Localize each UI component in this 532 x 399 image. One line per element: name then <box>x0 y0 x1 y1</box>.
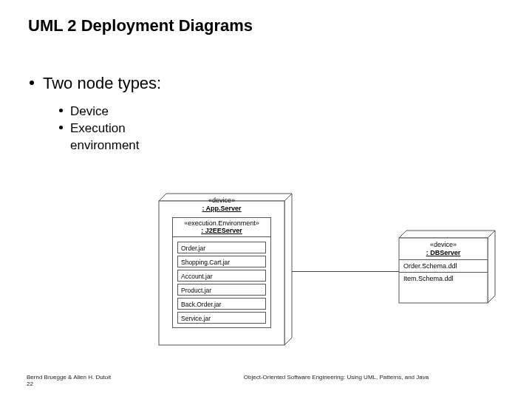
slide-footer: Bernd Bruegge & Allen H. Dutoit Object-O… <box>27 374 505 387</box>
app-server-label: «device» : App.Server <box>159 194 284 213</box>
bullet-dot-icon <box>30 81 34 85</box>
bullet-text: Device <box>70 104 109 118</box>
artifact-item: Account.jar <box>177 270 266 282</box>
bullet-list: Two node types: Device Execution environ… <box>30 74 161 153</box>
bullet-level2: Execution <box>59 120 161 137</box>
association-line <box>292 271 399 272</box>
bullet-continuation: environment <box>70 137 161 153</box>
db-server-front: «device» : DBServer Order.Schema.ddl Ite… <box>399 238 488 284</box>
artifact-list: Order.jar Shopping.Cart.jar Account.jar … <box>172 237 271 328</box>
db-artifact-item: Order.Schema.ddl <box>399 260 488 273</box>
stereotype-text: «execution.Environment» <box>176 219 267 228</box>
artifact-item: Order.jar <box>177 242 266 253</box>
footer-book-title: Object-Oriented Software Engineering: Us… <box>167 374 505 381</box>
slide-title: UML 2 Deployment Diagrams <box>28 16 253 35</box>
db-artifact-list: Order.Schema.ddl Item.Schema.ddl <box>399 259 488 284</box>
node-name: : J2EEServer <box>176 227 267 235</box>
app-server-front: «device» : App.Server «execution.Environ… <box>159 194 284 332</box>
footer-page-number: 22 <box>27 381 505 387</box>
bullet-level1: Two node types: <box>30 74 161 93</box>
bullet-text: Two node types: <box>43 74 161 92</box>
footer-authors: Bernd Bruegge & Allen H. Dutoit <box>27 374 111 381</box>
artifact-item: Back.Order.jar <box>177 298 266 310</box>
stereotype-text: «device» <box>399 241 488 249</box>
node-name: : App.Server <box>159 205 284 213</box>
slide: UML 2 Deployment Diagrams Two node types… <box>0 0 532 399</box>
db-server-label: «device» : DBServer <box>399 238 488 257</box>
bullet-dot-icon <box>59 126 63 129</box>
artifact-item: Product.jar <box>177 284 266 296</box>
artifact-item: Service.jar <box>177 312 266 324</box>
node-name: : DBServer <box>399 249 488 257</box>
stereotype-text: «device» <box>159 197 284 205</box>
db-artifact-item: Item.Schema.ddl <box>399 273 488 284</box>
artifact-item: Shopping.Cart.jar <box>177 256 266 267</box>
exec-env-header: «execution.Environment» : J2EEServer <box>172 217 271 238</box>
bullet-text: Execution <box>70 121 126 135</box>
bullet-level2: Device <box>59 103 161 120</box>
bullet-dot-icon <box>59 109 63 112</box>
